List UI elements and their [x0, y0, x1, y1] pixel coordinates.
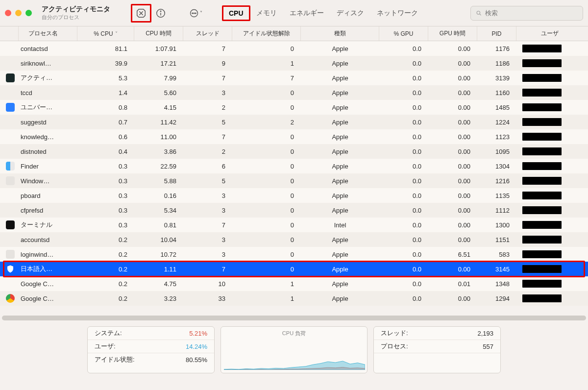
col-cpu-time[interactable]: CPU 時間	[134, 26, 183, 41]
table-row[interactable]: knowledg…0.611.0070Apple0.00.001123	[0, 129, 588, 144]
user	[516, 41, 583, 56]
col-pid[interactable]: PID	[477, 26, 516, 41]
threads-label: スレッド:	[374, 327, 447, 340]
window-subtitle: 自分のプロセス	[42, 14, 110, 21]
cpu-percent: 0.2	[77, 276, 134, 291]
table-row[interactable]: Finder0.322.5960Apple0.00.001304	[0, 159, 588, 173]
search-icon	[476, 10, 482, 17]
idle-wakeups: 0	[232, 218, 301, 232]
pid: 1304	[477, 159, 516, 173]
table-row[interactable]: ユニバー…0.84.1520Apple0.00.001485	[0, 100, 588, 115]
idle-wakeups: 0	[232, 188, 301, 203]
table-row[interactable]: Window…0.35.8850Apple0.00.001216	[0, 173, 588, 188]
gpu-time: 0.00	[428, 218, 477, 232]
stop-process-button[interactable]	[133, 6, 149, 21]
col-gpu-time[interactable]: GPU 時間	[428, 26, 477, 41]
pid: 1151	[477, 232, 516, 247]
idle-wakeups: 1	[232, 291, 301, 306]
gpu-percent: 0.0	[379, 115, 428, 129]
horizontal-scrollbar[interactable]	[2, 316, 586, 320]
cpu-time: 5.60	[134, 85, 183, 100]
process-icon	[2, 232, 19, 247]
process-name: ユニバー…	[19, 100, 77, 115]
search-input[interactable]	[485, 9, 578, 17]
threads: 6	[183, 159, 232, 173]
cpu-percent: 0.3	[77, 203, 134, 218]
col-icon[interactable]	[2, 26, 19, 41]
tab-energy[interactable]: エネルギー	[285, 7, 329, 20]
col-threads[interactable]: スレッド	[183, 26, 232, 41]
idle-wakeups: 0	[232, 159, 301, 173]
options-menu-button[interactable]: ˅	[185, 6, 206, 21]
table-row[interactable]: tccd1.45.6030Apple0.00.001160	[0, 85, 588, 100]
gpu-percent: 0.0	[379, 71, 428, 85]
search-field[interactable]	[470, 6, 583, 21]
gpu-percent: 0.0	[379, 218, 428, 232]
info-button[interactable]	[152, 6, 169, 21]
user	[516, 85, 583, 100]
gpu-percent: 0.0	[379, 291, 428, 306]
tab-disk[interactable]: ディスク	[332, 7, 369, 20]
process-icon	[2, 115, 19, 129]
kind: Apple	[301, 232, 379, 247]
threads: 3	[183, 232, 232, 247]
user	[516, 173, 583, 188]
cpu-percent: 0.8	[77, 100, 134, 115]
col-process-name[interactable]: プロセス名	[19, 26, 77, 41]
idle-wakeups: 7	[232, 71, 301, 85]
user	[516, 115, 583, 129]
table-row[interactable]: siriknowl…39.917.2191Apple0.00.001186	[0, 56, 588, 71]
tab-memory[interactable]: メモリ	[251, 7, 282, 20]
col-idle-wakeups[interactable]: アイドル状態解除	[232, 26, 301, 41]
pid: 1160	[477, 85, 516, 100]
col-kind[interactable]: 種類	[301, 26, 379, 41]
threads-value: 2,193	[447, 327, 500, 340]
kind: Apple	[301, 291, 379, 306]
col-cpu-label: % CPU	[94, 30, 113, 37]
process-icon	[2, 85, 19, 100]
pid: 1348	[477, 276, 516, 291]
process-icon	[2, 262, 19, 276]
table-row[interactable]: cfprefsd0.35.3430Apple0.00.001112	[0, 203, 588, 218]
close-window-button[interactable]	[5, 10, 11, 16]
table-row[interactable]: suggestd0.711.4252Apple0.00.001224	[0, 115, 588, 129]
threads: 33	[183, 291, 232, 306]
gpu-time: 0.00	[428, 232, 477, 247]
gpu-percent: 0.0	[379, 41, 428, 56]
threads: 5	[183, 173, 232, 188]
threads: 7	[183, 41, 232, 56]
table-row[interactable]: loginwind…0.210.7230Apple0.06.51583	[0, 247, 588, 262]
col-cpu-percent[interactable]: % CPU ˅	[77, 26, 134, 41]
table-row[interactable]: アクティ…5.37.9977Apple0.00.003139	[0, 71, 588, 85]
process-name: distnoted	[19, 144, 77, 159]
table-row[interactable]: pboard0.30.1630Apple0.00.001135	[0, 188, 588, 203]
table-row[interactable]: 日本語入…0.21.1170Apple0.00.003145	[0, 262, 588, 276]
pid: 1176	[477, 41, 516, 56]
table-row[interactable]: distnoted0.43.8620Apple0.00.001095	[0, 144, 588, 159]
minimize-window-button[interactable]	[15, 10, 22, 16]
col-gpu-percent[interactable]: % GPU	[379, 26, 428, 41]
window-controls	[5, 10, 32, 16]
table-row[interactable]: ターミナル0.30.8170Intel0.00.001300	[0, 218, 588, 232]
table-row[interactable]: Google C…0.23.23331Apple0.00.001294	[0, 291, 588, 306]
pid: 3139	[477, 71, 516, 85]
kind: Apple	[301, 41, 379, 56]
chart-title: CPU 負荷	[221, 330, 367, 337]
process-icon	[2, 291, 19, 306]
user	[516, 100, 583, 115]
table-row[interactable]: contactsd81.11:07.9170Apple0.00.001176	[0, 41, 588, 56]
col-user[interactable]: ユーザ	[516, 26, 583, 41]
table-row[interactable]: Google C…0.24.75101Apple0.00.011348	[0, 276, 588, 291]
tab-network[interactable]: ネットワーク	[372, 7, 423, 20]
table-row[interactable]: accountsd0.210.0430Apple0.00.001151	[0, 232, 588, 247]
process-name: contactsd	[19, 41, 77, 56]
cpu-time: 3.23	[134, 291, 183, 306]
kind: Apple	[301, 56, 379, 71]
cpu-percent: 39.9	[77, 56, 134, 71]
zoom-window-button[interactable]	[25, 10, 32, 16]
tab-cpu[interactable]: CPU	[224, 7, 248, 19]
kind: Apple	[301, 85, 379, 100]
user	[516, 203, 583, 218]
process-icon	[2, 173, 19, 188]
threads: 7	[183, 262, 232, 276]
